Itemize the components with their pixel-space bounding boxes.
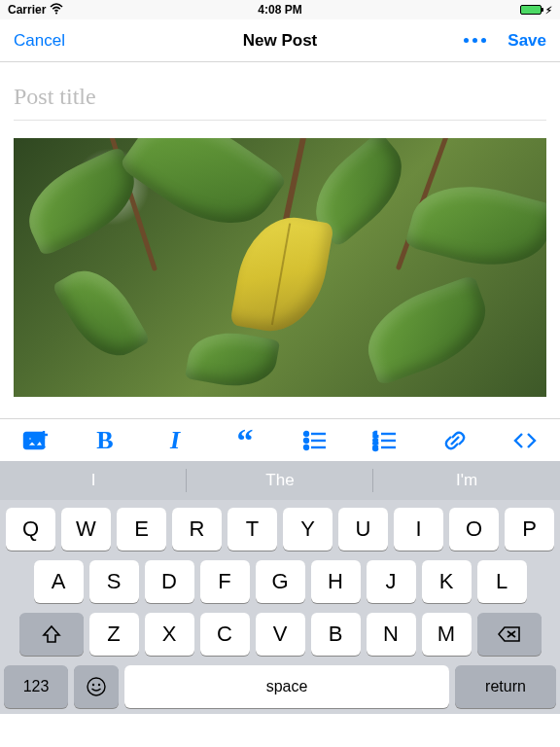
key-z[interactable]: Z [89, 613, 139, 656]
key-m[interactable]: M [422, 613, 472, 656]
key-i[interactable]: I [394, 508, 443, 551]
svg-point-22 [98, 684, 100, 686]
format-toolbar: B I “ 123 [0, 418, 560, 461]
svg-point-21 [92, 684, 94, 686]
more-options-button[interactable] [458, 32, 492, 49]
numbered-list-button[interactable]: 123 [360, 419, 410, 462]
quote-button[interactable]: “ [220, 419, 270, 462]
key-k[interactable]: K [422, 560, 472, 603]
key-a[interactable]: A [34, 560, 84, 603]
suggestion-1[interactable]: I [0, 461, 187, 500]
key-n[interactable]: N [367, 613, 416, 656]
svg-text:3: 3 [373, 444, 378, 452]
clock: 4:08 PM [0, 3, 560, 17]
key-t[interactable]: T [228, 508, 277, 551]
key-c[interactable]: C [200, 613, 250, 656]
status-bar: Carrier 4:08 PM ⚡︎ [0, 0, 560, 19]
key-u[interactable]: U [338, 508, 388, 551]
emoji-key[interactable] [74, 665, 119, 708]
key-v[interactable]: V [256, 613, 305, 656]
key-j[interactable]: J [367, 560, 416, 603]
key-x[interactable]: X [145, 613, 194, 656]
key-h[interactable]: H [311, 560, 361, 603]
svg-point-7 [304, 439, 308, 443]
key-r[interactable]: R [172, 508, 222, 551]
carrier-label: Carrier [8, 3, 46, 17]
space-key[interactable]: space [124, 665, 449, 708]
key-d[interactable]: D [145, 560, 194, 603]
key-s[interactable]: S [89, 560, 139, 603]
bold-button[interactable]: B [80, 419, 130, 462]
save-button[interactable]: Save [508, 31, 546, 51]
cancel-button[interactable]: Cancel [14, 31, 65, 51]
editor-area [0, 62, 560, 397]
link-button[interactable] [430, 419, 480, 462]
key-b[interactable]: B [311, 613, 361, 656]
key-w[interactable]: W [61, 508, 111, 551]
keyboard: Q W E R T Y U I O P A S D F G H J K L Z … [0, 500, 560, 714]
italic-button[interactable]: I [150, 419, 200, 462]
key-o[interactable]: O [449, 508, 499, 551]
bullet-list-button[interactable] [290, 419, 340, 462]
wifi-icon [50, 3, 63, 18]
key-f[interactable]: F [200, 560, 250, 603]
key-y[interactable]: Y [283, 508, 332, 551]
post-title-input[interactable] [14, 80, 546, 121]
suggestion-3[interactable]: I'm [373, 461, 560, 500]
navigation-bar: Cancel New Post Save [0, 19, 560, 62]
svg-point-9 [304, 445, 308, 449]
svg-point-20 [88, 678, 105, 695]
post-image[interactable] [14, 138, 546, 397]
key-g[interactable]: G [256, 560, 305, 603]
key-q[interactable]: Q [6, 508, 55, 551]
svg-point-0 [55, 12, 57, 14]
key-p[interactable]: P [505, 508, 554, 551]
return-key[interactable]: return [455, 665, 556, 708]
charging-icon: ⚡︎ [545, 5, 552, 16]
backspace-key[interactable] [477, 613, 542, 656]
code-button[interactable] [500, 419, 550, 462]
numeric-key[interactable]: 123 [4, 665, 68, 708]
suggestion-2[interactable]: The [187, 461, 373, 500]
insert-image-button[interactable] [10, 419, 60, 462]
svg-point-5 [304, 432, 308, 436]
key-e[interactable]: E [117, 508, 166, 551]
shift-key[interactable] [19, 613, 84, 656]
keyboard-suggestions: I The I'm [0, 461, 560, 500]
key-l[interactable]: L [477, 560, 527, 603]
battery-icon [520, 5, 542, 15]
